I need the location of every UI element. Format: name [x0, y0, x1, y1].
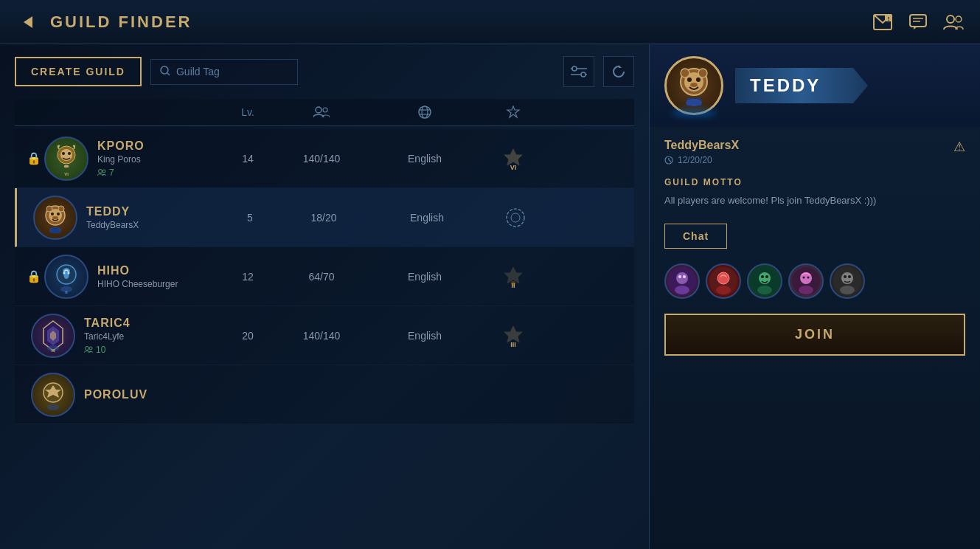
- guild-name-area: TEDDY TeddyBearsX: [86, 205, 139, 230]
- svg-point-71: [676, 272, 688, 284]
- svg-point-41: [507, 209, 524, 227]
- language-cell: English: [366, 153, 484, 165]
- svg-point-73: [678, 275, 681, 278]
- header-members: [277, 105, 366, 120]
- guild-name-area: KPORO King Poros 7: [97, 139, 145, 178]
- svg-point-63: [690, 83, 698, 87]
- chat-icon[interactable]: [906, 10, 930, 34]
- guild-row-info: III TARIC4 Taric4Lyfe: [27, 314, 218, 358]
- lock-icon: 🔒: [27, 269, 41, 283]
- svg-marker-18: [619, 65, 622, 68]
- guild-row[interactable]: 🔒 VI: [15, 129, 634, 188]
- chat-button[interactable]: Chat: [664, 224, 727, 249]
- svg-point-21: [419, 106, 431, 118]
- svg-point-61: [687, 77, 692, 82]
- header-rank: [484, 105, 543, 120]
- svg-point-66: [686, 99, 702, 106]
- header-level: Lv.: [218, 105, 277, 120]
- member-avatar[interactable]: [830, 263, 865, 299]
- detail-avatar: [664, 56, 723, 115]
- svg-text:II: II: [65, 290, 68, 294]
- svg-text:VI: VI: [64, 172, 69, 176]
- search-box: [150, 59, 298, 85]
- guild-row[interactable]: III TARIC4 Taric4Lyfe: [15, 306, 634, 365]
- detail-header: TEDDY: [650, 44, 980, 127]
- header-name: [27, 105, 218, 120]
- guild-name: TARIC4: [84, 317, 131, 330]
- header-icons: !: [871, 10, 965, 34]
- search-icon: [160, 66, 170, 78]
- svg-point-38: [46, 206, 52, 212]
- mail-icon[interactable]: !: [871, 10, 894, 34]
- guild-row[interactable]: 🔒 II: [15, 247, 634, 306]
- svg-point-32: [102, 170, 105, 173]
- svg-point-91: [848, 275, 851, 278]
- members-cell: 140/140: [277, 153, 366, 165]
- svg-text:III: III: [51, 348, 55, 353]
- join-button[interactable]: JOIN: [664, 314, 965, 356]
- members-cell: 18/20: [279, 212, 368, 224]
- guild-members-badge: 10: [84, 345, 131, 355]
- guild-avatar: II: [44, 255, 88, 299]
- svg-point-65: [698, 69, 707, 77]
- rank-cell: II: [484, 264, 543, 289]
- svg-point-62: [696, 77, 701, 82]
- toolbar: CREATE GUILD: [15, 56, 634, 87]
- friends-icon[interactable]: [942, 10, 965, 34]
- svg-point-85: [803, 276, 805, 278]
- member-avatar[interactable]: [664, 263, 700, 299]
- svg-point-27: [62, 152, 65, 155]
- guild-list-panel: CREATE GUILD: [0, 44, 649, 549]
- filter-button[interactable]: [563, 56, 594, 87]
- svg-point-10: [161, 66, 168, 74]
- lock-icon: 🔒: [27, 151, 41, 165]
- search-input[interactable]: [176, 66, 288, 77]
- svg-point-20: [323, 108, 327, 112]
- back-button[interactable]: [15, 9, 41, 35]
- svg-point-19: [316, 107, 322, 113]
- guild-name: TEDDY: [86, 205, 139, 218]
- warning-icon[interactable]: ⚠: [953, 139, 965, 155]
- detail-motto: All players are welcome! Pls join TeddyB…: [664, 193, 965, 209]
- guild-members-badge: 7: [97, 168, 145, 178]
- main-content: CREATE GUILD: [0, 44, 980, 549]
- svg-point-36: [57, 213, 60, 215]
- member-avatar[interactable]: [747, 263, 782, 299]
- members-row: [664, 263, 965, 299]
- svg-point-90: [844, 275, 847, 278]
- guild-name: KPORO: [97, 139, 145, 153]
- guild-avatar: [31, 373, 75, 417]
- guild-row-info: POROLUV: [27, 373, 218, 417]
- svg-point-86: [807, 276, 810, 278]
- detail-title: TEDDY: [750, 75, 821, 95]
- member-avatar[interactable]: [788, 263, 824, 299]
- member-avatar[interactable]: [706, 263, 741, 299]
- guild-detail-panel: TEDDY TeddyBearsX ⚠ 12/20/20 GUILD MOT: [649, 44, 980, 549]
- svg-point-37: [52, 216, 58, 219]
- svg-point-84: [800, 272, 812, 284]
- svg-line-69: [669, 160, 671, 162]
- svg-point-82: [757, 286, 772, 294]
- detail-motto-title: GUILD MOTTO: [664, 177, 965, 187]
- guild-subtitle: HIHO Cheeseburger: [97, 279, 178, 289]
- guild-name-area: TARIC4 Taric4Lyfe 10: [84, 317, 131, 355]
- svg-point-77: [716, 286, 731, 294]
- guild-row[interactable]: POROLUV: [15, 365, 634, 424]
- guild-avatar: VI: [44, 137, 88, 181]
- guild-name: POROLUV: [84, 388, 147, 401]
- svg-point-55: [89, 347, 92, 350]
- svg-point-81: [765, 275, 768, 278]
- svg-point-74: [683, 275, 686, 278]
- detail-date: 12/20/20: [664, 155, 965, 165]
- rank-cell: [486, 207, 545, 228]
- guild-avatar: [33, 196, 77, 240]
- svg-point-87: [799, 286, 813, 294]
- refresh-button[interactable]: [603, 56, 634, 87]
- guild-row[interactable]: TEDDY TeddyBearsX 5 18/20 English: [15, 188, 634, 247]
- detail-body: TeddyBearsX ⚠ 12/20/20 GUILD MOTTO All p…: [650, 127, 980, 549]
- create-guild-button[interactable]: CREATE GUILD: [15, 57, 142, 86]
- level-cell: 5: [220, 212, 279, 224]
- detail-name-row: TeddyBearsX ⚠: [664, 139, 965, 155]
- header-language: [366, 105, 484, 120]
- header: GUILD FINDER !: [0, 0, 980, 44]
